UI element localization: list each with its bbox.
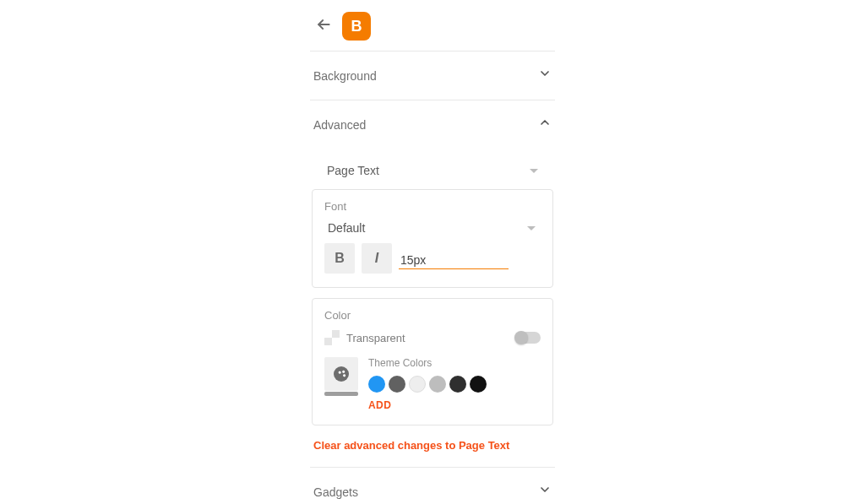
- target-selector[interactable]: Page Text: [312, 159, 553, 189]
- panel-header: B: [310, 7, 555, 51]
- color-swatch[interactable]: [389, 376, 405, 393]
- add-color-button[interactable]: ADD: [368, 399, 487, 411]
- swatch-row: [368, 376, 487, 393]
- color-picker-button[interactable]: [324, 357, 358, 391]
- color-swatch[interactable]: [449, 376, 466, 393]
- target-selector-value: Page Text: [327, 164, 379, 177]
- font-size-input[interactable]: [399, 248, 509, 269]
- font-controls: B I: [324, 243, 541, 274]
- clear-advanced-button[interactable]: Clear advanced changes to Page Text: [312, 436, 553, 455]
- section-advanced-label: Advanced: [313, 118, 366, 132]
- section-advanced[interactable]: Advanced: [310, 100, 555, 149]
- color-swatch[interactable]: [368, 376, 385, 393]
- chevron-down-icon: [538, 67, 552, 84]
- color-swatch[interactable]: [409, 376, 426, 393]
- palette-icon: [334, 366, 349, 382]
- transparent-toggle[interactable]: [515, 332, 541, 344]
- logo-letter: B: [351, 18, 362, 35]
- theme-designer-panel: B Background Advanced Page Text Font Def…: [310, 7, 555, 504]
- blogger-logo-icon: B: [342, 12, 371, 41]
- chevron-down-icon: [538, 483, 552, 501]
- font-card: Font Default B I: [312, 189, 553, 288]
- section-background-label: Background: [313, 69, 377, 83]
- color-swatch[interactable]: [470, 376, 487, 393]
- dropdown-caret-icon: [527, 226, 536, 230]
- transparent-label: Transparent: [346, 332, 405, 344]
- theme-colors-label: Theme Colors: [368, 357, 487, 369]
- color-card-title: Color: [324, 309, 541, 322]
- font-family-value: Default: [328, 221, 365, 235]
- advanced-body: Page Text Font Default B I Color: [310, 149, 555, 468]
- section-gadgets[interactable]: Gadgets: [310, 468, 555, 504]
- section-gadgets-label: Gadgets: [313, 485, 358, 499]
- bold-label: B: [335, 251, 345, 266]
- transparency-icon: [324, 330, 340, 345]
- back-arrow-icon[interactable]: [312, 13, 335, 41]
- chevron-up-icon: [538, 116, 552, 133]
- italic-label: I: [375, 251, 378, 266]
- bold-button[interactable]: B: [324, 243, 355, 274]
- color-swatch[interactable]: [429, 376, 446, 393]
- theme-colors-column: Theme Colors ADD: [368, 357, 487, 411]
- colors-block: Theme Colors ADD: [324, 357, 541, 411]
- section-background[interactable]: Background: [310, 51, 555, 100]
- dropdown-caret-icon: [530, 169, 538, 173]
- font-card-title: Font: [324, 200, 541, 213]
- color-card: Color Transparent Theme Colors ADD: [312, 298, 553, 425]
- italic-button[interactable]: I: [362, 243, 392, 274]
- font-family-select[interactable]: Default: [324, 221, 541, 243]
- transparent-row: Transparent: [324, 330, 541, 345]
